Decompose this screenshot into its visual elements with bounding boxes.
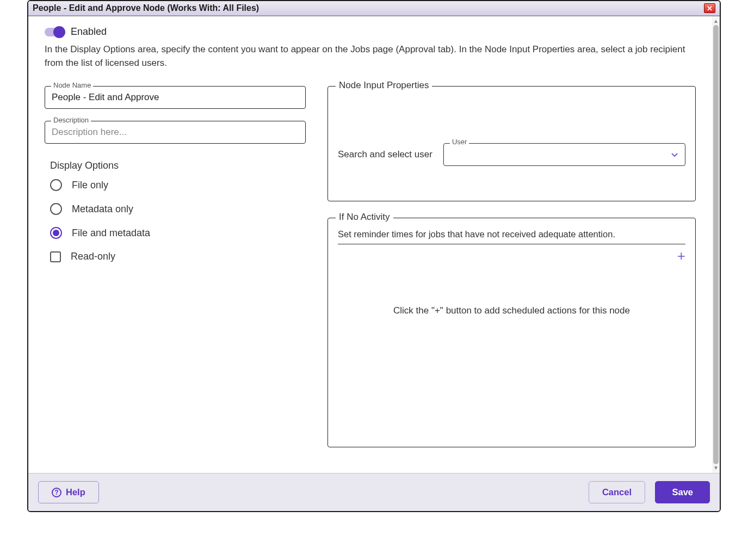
description-field: Description <box>45 121 306 144</box>
node-name-label: Node Name <box>51 81 93 89</box>
display-option-label: Read-only <box>71 251 115 262</box>
scroll-down-icon: ▼ <box>713 465 719 471</box>
display-option-label: Metadata only <box>72 204 133 215</box>
display-option-label: File only <box>72 180 108 191</box>
node-name-input[interactable] <box>45 86 306 109</box>
cancel-button[interactable]: Cancel <box>589 481 645 503</box>
add-action-button[interactable]: + <box>338 244 685 267</box>
help-label: Help <box>66 487 85 497</box>
radio-icon <box>50 179 62 191</box>
footer-actions: Cancel Save <box>589 481 710 503</box>
display-options-list: File only Metadata only File and metadat… <box>50 179 306 262</box>
chevron-down-icon <box>671 149 678 160</box>
node-input-body: Search and select user User <box>338 97 685 190</box>
window-title: People - Edit and Approve Node (Works Wi… <box>33 3 259 13</box>
node-input-properties-fieldset: Node Input Properties Search and select … <box>327 86 696 201</box>
checkbox-icon <box>50 251 61 262</box>
display-option-metadata-only[interactable]: Metadata only <box>50 203 306 215</box>
radio-icon <box>50 227 62 239</box>
plus-icon: + <box>677 249 685 263</box>
enabled-label: Enabled <box>71 26 107 38</box>
scroll-thumb[interactable] <box>713 25 719 464</box>
help-button[interactable]: ? Help <box>38 481 99 503</box>
description-input[interactable] <box>45 121 306 144</box>
intro-text: In the Display Options area, specify the… <box>45 43 696 70</box>
display-option-read-only[interactable]: Read-only <box>50 251 306 262</box>
columns: Node Name Description Display Options Fi… <box>45 86 696 447</box>
radio-icon <box>50 203 62 215</box>
no-activity-empty-text: Click the "+" button to add scheduled ac… <box>338 305 685 316</box>
no-activity-body: Set reminder times for jobs that have no… <box>338 229 685 436</box>
user-select-label: User <box>450 138 469 146</box>
search-user-label: Search and select user <box>338 149 432 160</box>
enabled-toggle[interactable] <box>45 28 64 36</box>
no-activity-text: Set reminder times for jobs that have no… <box>338 229 685 239</box>
body-wrap: Enabled In the Display Options area, spe… <box>28 16 720 473</box>
save-label: Save <box>672 487 693 497</box>
close-icon: ✕ <box>707 5 713 12</box>
if-no-activity-fieldset: If No Activity Set reminder times for jo… <box>327 218 696 447</box>
scrollbar[interactable]: ▲ ▼ <box>712 16 720 473</box>
no-activity-legend: If No Activity <box>336 212 393 223</box>
scroll-up-icon: ▲ <box>713 19 719 24</box>
description-label: Description <box>51 116 91 124</box>
content-area: Enabled In the Display Options area, spe… <box>28 16 712 473</box>
titlebar: People - Edit and Approve Node (Works Wi… <box>28 1 720 16</box>
close-button[interactable]: ✕ <box>704 3 715 13</box>
display-option-file-and-metadata[interactable]: File and metadata <box>50 227 306 239</box>
help-icon: ? <box>52 488 61 497</box>
display-option-label: File and metadata <box>72 227 150 239</box>
node-input-legend: Node Input Properties <box>336 80 432 91</box>
dialog-window: People - Edit and Approve Node (Works Wi… <box>27 0 721 512</box>
right-column: Node Input Properties Search and select … <box>327 86 696 447</box>
user-select-wrap: User <box>443 143 685 166</box>
display-option-file-only[interactable]: File only <box>50 179 306 191</box>
node-name-field: Node Name <box>45 86 306 109</box>
cancel-label: Cancel <box>602 487 632 497</box>
left-column: Node Name Description Display Options Fi… <box>45 86 306 262</box>
footer: ? Help Cancel Save <box>28 473 720 511</box>
user-select[interactable] <box>443 143 685 166</box>
enabled-toggle-row: Enabled <box>45 26 696 38</box>
display-options-heading: Display Options <box>50 160 306 171</box>
save-button[interactable]: Save <box>655 481 710 503</box>
